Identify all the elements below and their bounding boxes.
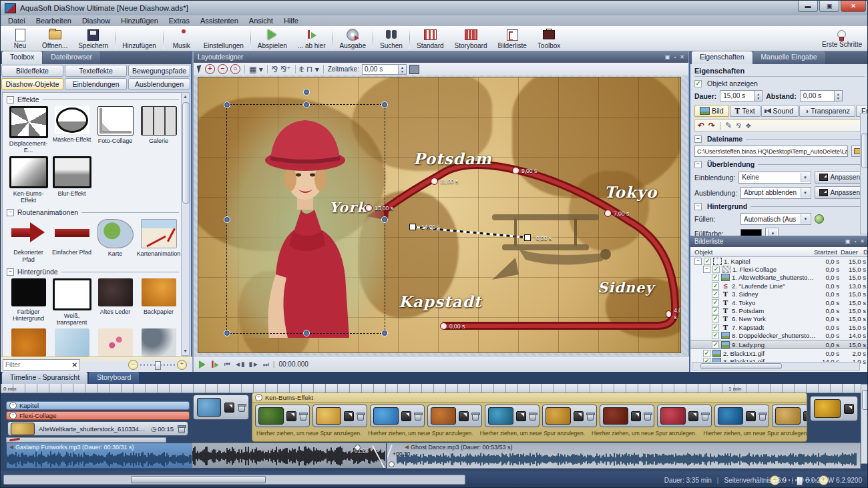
transition-icon[interactable] (516, 411, 526, 421)
kenburns-clip[interactable] (427, 405, 482, 427)
toolbar-button-hinzufügen[interactable]: Hinzufügen (117, 26, 162, 51)
prev-icon[interactable]: ◄▮ (234, 360, 244, 368)
kenburns-track-group[interactable]: −Ken-Burns-Effekt Hierher ziehen, um neu… (252, 393, 807, 442)
audio-clip-gaslamp[interactable]: Gaslamp Funworks.mp3 (Dauer: 00:30/31 s) (6, 443, 193, 469)
zoom-in-button[interactable]: + (177, 360, 187, 370)
toolbar-button-standard[interactable]: Standard (411, 26, 449, 51)
kenburns-clip[interactable] (542, 405, 597, 427)
selection-marquee[interactable] (226, 104, 385, 334)
visibility-checkbox[interactable]: ✓ (703, 350, 710, 357)
visibility-checkbox[interactable]: ✓ (704, 258, 711, 265)
subtab-bewegungspfade[interactable]: Bewegungspfade (128, 65, 190, 77)
tab-bild[interactable]: Bild (694, 105, 729, 117)
slide-canvas[interactable]: 14,00 s 0,00 s (198, 77, 681, 353)
select-tool-icon[interactable] (197, 65, 204, 73)
skip-end-icon[interactable]: ⏭ (263, 360, 269, 369)
kenburns-clip[interactable] (714, 405, 769, 427)
save-frame-icon[interactable] (409, 65, 419, 74)
show-object-checkbox[interactable]: ✓ (694, 80, 702, 87)
transition-icon[interactable] (286, 411, 296, 421)
bilderliste-hscrollbar[interactable] (692, 362, 860, 371)
toolbar-button-öffnen[interactable]: Öffnen... (37, 26, 73, 51)
toolbox-item-blureffekt[interactable]: Blur-Effekt (50, 156, 93, 204)
abstand-input[interactable]: 0,00 s▲▼ (800, 90, 843, 101)
minimize-button[interactable]: ▬ (798, 1, 818, 12)
einblendung-anpassen-button[interactable]: Anpassen (815, 171, 865, 184)
dauer-input[interactable]: 15,00 s▲▼ (720, 90, 763, 101)
rotate-handle[interactable] (303, 89, 310, 95)
globe-icon[interactable] (815, 214, 824, 224)
link-icon[interactable]: ⅋ (736, 122, 741, 130)
toolbar-button-einstellungen[interactable]: Einstellungen (198, 26, 249, 51)
timeline-hscrollbar[interactable] (3, 475, 465, 485)
bilderliste-row[interactable]: −✓1. Flexi-Collage0,0 s15,0 s (690, 265, 868, 273)
bilderliste-row[interactable]: ✓T5. Potsdam0,0 s15,0 s (690, 306, 868, 314)
edit-icon[interactable]: ✎ (725, 121, 732, 130)
einblendung-select[interactable]: Keine▼ (738, 172, 811, 184)
toolbar-button-speichern[interactable]: Speichern (73, 26, 114, 51)
trash-icon[interactable] (357, 413, 364, 420)
tab-text[interactable]: TText (730, 105, 761, 117)
next-icon[interactable]: ▮► (248, 360, 258, 368)
trash-icon[interactable] (529, 413, 536, 420)
toolbox-item-kenburnseffekt[interactable]: Ken-Burns-Effekt (7, 156, 50, 204)
plane-path-start-handle[interactable] (409, 224, 416, 230)
subtab-texteffekte[interactable]: Texteffekte (65, 65, 127, 77)
visibility-checkbox[interactable]: ✓ (712, 307, 719, 314)
toolbox-item-dekorierterpfad[interactable]: Dekorierter Pfad (7, 219, 50, 263)
toolbox-item-altesleder[interactable]: Altes Leder (93, 278, 137, 326)
subtab-einblendungen[interactable]: Einblendungen (65, 78, 127, 90)
toolbox-item-thumb[interactable] (93, 328, 137, 357)
bilderliste-row[interactable]: ✓1. AlteWeltkarte_shutterstock_6...0,0 s… (690, 274, 868, 282)
undo-icon[interactable]: ↶ (698, 121, 704, 130)
toolbar-button-toolbox[interactable]: Toolbox (532, 26, 566, 51)
menu-hinzufgen[interactable]: Hinzufügen (116, 16, 163, 25)
link-icon[interactable]: ⅋ (272, 65, 278, 74)
restore-icon[interactable]: ▣ (845, 238, 851, 245)
expander-icon[interactable]: − (694, 258, 702, 265)
visibility-checkbox[interactable]: ✓ (712, 315, 719, 322)
route-track-item[interactable] (6, 437, 166, 443)
title-bar[interactable]: AquaSoft DiaShow Ultimate [Neue Diashow.… (1, 1, 868, 15)
properties-scrollbar[interactable] (860, 113, 868, 234)
toolbox-item-einfacherpfad[interactable]: Einfacher Pfad (50, 219, 93, 263)
bilderliste-row[interactable]: ✓8. Doppeldecker_shutterstock_1...0,0 s1… (690, 332, 868, 340)
fade-handle[interactable] (355, 445, 361, 451)
kenburns-clip[interactable] (370, 405, 425, 427)
kenburns-clip[interactable] (600, 405, 654, 427)
subtab-bildeffekte[interactable]: Bildeffekte (1, 65, 63, 77)
audio-clip-gaslamp-cont[interactable]: -01:28 (192, 443, 386, 468)
transition-icon[interactable] (844, 404, 854, 414)
toolbar-button-abspielen[interactable]: Abspielen (252, 26, 292, 51)
collapse-icon[interactable]: − (7, 96, 14, 103)
zoom-out-icon[interactable]: − (218, 64, 228, 74)
transition-icon[interactable] (688, 411, 698, 421)
visibility-checkbox[interactable]: ✓ (712, 290, 719, 298)
track-icon[interactable]: ⊓ ▾ (306, 65, 319, 74)
visibility-checkbox[interactable]: ✓ (712, 282, 719, 290)
zoom-fit-icon[interactable]: ○ (230, 64, 240, 74)
trash-icon[interactable] (701, 413, 708, 420)
bilderliste-columns[interactable]: Objekt Startzeit Dauer D (690, 247, 868, 257)
visibility-checkbox[interactable]: ✓ (712, 341, 719, 348)
toolbox-item-maskeneffekt[interactable]: Masken-Effekt (50, 106, 93, 154)
close-icon[interactable]: ✕ (860, 238, 865, 245)
transition-icon[interactable] (803, 411, 807, 421)
toolbox-item-fotocollage[interactable]: Foto-Collage (93, 106, 137, 154)
tab-dateibrowser[interactable]: Dateibrowser (43, 51, 100, 64)
bilderliste-row[interactable]: ✓≤2. "Laufende Linie"0,0 s13,0 s (690, 282, 868, 290)
play-icon[interactable] (199, 360, 206, 369)
grid-icon[interactable]: ▦ ▾ (249, 65, 263, 74)
trash-icon[interactable] (178, 425, 185, 433)
toolbar-button-abhier[interactable]: ... ab hier (292, 26, 331, 51)
map-clip[interactable]: AlteWeltkarte_shutterstock_61033408png ◷… (7, 421, 188, 436)
tab-sound[interactable]: Sound (761, 105, 799, 117)
clear-filter-icon[interactable]: ✕ (72, 361, 77, 369)
tab-storyboard[interactable]: Storyboard (89, 372, 139, 384)
kenburns-clip[interactable] (772, 405, 807, 427)
toolbar-button-neu[interactable]: Neu (3, 26, 37, 51)
group-header-hintergründe[interactable]: −Hintergründe (7, 268, 179, 276)
trash-icon[interactable] (238, 404, 245, 411)
bilderliste-row[interactable]: ✓T6. New York0,0 s15,0 s (690, 315, 868, 323)
toolbox-item-galerie[interactable]: Galerie (137, 106, 180, 154)
